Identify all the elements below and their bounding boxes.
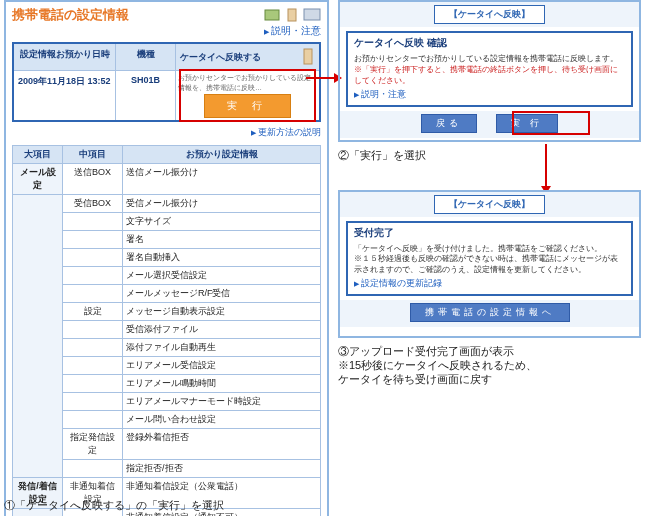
mid-cell	[63, 460, 123, 478]
mid-cell	[63, 357, 123, 375]
th-mid: 中項目	[63, 146, 123, 164]
table-row: メールメッセージR/F受信	[13, 285, 321, 303]
setting-cell: 送信メール振分け	[123, 164, 321, 195]
panel-heading2: 受付完了	[354, 227, 625, 240]
th-major: 大項目	[13, 146, 63, 164]
svg-rect-2	[304, 9, 320, 20]
mid-cell: 送信BOX	[63, 164, 123, 195]
help-link2[interactable]: 説明・注意	[354, 89, 406, 99]
device-icons	[263, 8, 321, 22]
info-col-date: 設定情報お預かり日時	[14, 44, 116, 70]
major-cell: メール設定	[13, 164, 63, 195]
update-method-link[interactable]: 更新方法の説明	[251, 127, 321, 137]
table-row: 指定発信設定登録外着信拒否	[13, 429, 321, 460]
back-button[interactable]: 戻る	[421, 114, 477, 133]
table-row: 添付ファイル自動再生	[13, 339, 321, 357]
mid-cell	[63, 249, 123, 267]
mid-cell: 受信BOX	[63, 195, 123, 213]
caption-3c: ケータイを待ち受け画面に戻す	[338, 372, 492, 387]
left-panel: 携帯電話の設定情報 説明・注意 設定情報お預かり日時 機種 ケータイへ反映する …	[4, 0, 329, 516]
table-row: 受信BOX受信メール振分け	[13, 195, 321, 213]
panel-desc: お預かりセンターでお預かりしている設定情報を携帯電話に反映します。	[354, 54, 625, 64]
phone-small-icon	[301, 48, 315, 66]
panel-warning: ※「実行」を押下すると、携帯電話の終話ボタンを押し、待ち受け画面にしてください。	[354, 64, 625, 86]
table-row: 文字サイズ	[13, 213, 321, 231]
arrow-left-to-right	[306, 77, 336, 79]
setting-cell: 署名自動挿入	[123, 249, 321, 267]
table-row: 設定メッセージ自動表示設定	[13, 303, 321, 321]
svg-rect-1	[288, 9, 296, 21]
setting-cell: エリアメール受信設定	[123, 357, 321, 375]
table-row: メール選択受信設定	[13, 267, 321, 285]
table-row: 受信添付ファイル	[13, 321, 321, 339]
back-to-settings-button[interactable]: 携帯電話の設定情報へ	[410, 303, 570, 322]
update-log-link[interactable]: 設定情報の更新記録	[354, 278, 442, 288]
info-col-reflect: ケータイへ反映する	[176, 44, 319, 70]
setting-cell: メールメッセージR/F受信	[123, 285, 321, 303]
arrow-right-down	[545, 144, 547, 188]
setting-cell: 文字サイズ	[123, 213, 321, 231]
table-row: エリアメールマナーモード時設定	[13, 393, 321, 411]
mid-cell	[63, 321, 123, 339]
panel-tab2: 【ケータイへ反映】	[434, 195, 545, 214]
info-table: 設定情報お預かり日時 機種 ケータイへ反映する 2009年11月18日 13:5…	[12, 42, 321, 122]
mid-cell	[63, 375, 123, 393]
info-col-model: 機種	[116, 44, 176, 70]
box-icon	[263, 8, 281, 22]
mid-cell	[63, 411, 123, 429]
mid-cell	[63, 393, 123, 411]
setting-cell: 指定拒否/拒否	[123, 460, 321, 478]
caption-1: ①「ケータイへ反映する」の「実行」を選択	[4, 498, 224, 513]
table-row: メール問い合わせ設定	[13, 411, 321, 429]
exec-highlight	[179, 69, 316, 122]
setting-cell: メール問い合わせ設定	[123, 411, 321, 429]
table-row: エリアメール受信設定	[13, 357, 321, 375]
mid-cell	[63, 285, 123, 303]
right-panel-complete: 【ケータイへ反映】 受付完了 「ケータイへ反映」を受け付けました。携帯電話をご確…	[338, 190, 641, 338]
settings-table: 大項目 中項目 お預かり設定情報 メール設定送信BOX送信メール振分け受信BOX…	[12, 145, 321, 516]
complete-line1: 「ケータイへ反映」を受け付けました。携帯電話をご確認ください。	[354, 244, 625, 254]
svg-rect-3	[304, 49, 312, 64]
info-model: SH01B	[116, 70, 176, 120]
table-row: 指定拒否/拒否	[13, 460, 321, 478]
panel-body2: 受付完了 「ケータイへ反映」を受け付けました。携帯電話をご確認ください。 ※１５…	[346, 221, 633, 296]
th-setting: お預かり設定情報	[123, 146, 321, 164]
mid-cell	[63, 213, 123, 231]
setting-cell: 登録外着信拒否	[123, 429, 321, 460]
mid-cell	[63, 267, 123, 285]
complete-line2: ※１５秒経過後も反映の確認ができない時は、携帯電話にメッセージが表示されますので…	[354, 254, 625, 275]
info-date: 2009年11月18日 13:52	[14, 70, 116, 120]
setting-cell: エリアメール鳴動時間	[123, 375, 321, 393]
caption-3b: ※15秒後にケータイへ反映されるため、	[338, 358, 537, 373]
setting-cell: 受信添付ファイル	[123, 321, 321, 339]
mid-cell	[63, 339, 123, 357]
table-row: メール設定送信BOX送信メール振分け	[13, 164, 321, 195]
pc-icon	[303, 8, 321, 22]
setting-cell: 受信メール振分け	[123, 195, 321, 213]
setting-cell: 添付ファイル自動再生	[123, 339, 321, 357]
mid-cell: 設定	[63, 303, 123, 321]
right-panel-confirm: 【ケータイへ反映】 ケータイへ反映 確認 お預かりセンターでお預かりしている設定…	[338, 0, 641, 142]
setting-cell: メール選択受信設定	[123, 267, 321, 285]
panel-heading: ケータイへ反映 確認	[354, 37, 625, 50]
page-title: 携帯電話の設定情報	[12, 6, 129, 24]
panel-tab: 【ケータイへ反映】	[434, 5, 545, 24]
table-row: エリアメール鳴動時間	[13, 375, 321, 393]
svg-rect-0	[265, 10, 279, 20]
exec2-highlight	[512, 111, 590, 135]
phone-icon	[283, 8, 301, 22]
mid-cell: 指定発信設定	[63, 429, 123, 460]
setting-cell: メッセージ自動表示設定	[123, 303, 321, 321]
help-link[interactable]: 説明・注意	[264, 25, 321, 36]
mid-cell	[63, 231, 123, 249]
table-row: 署名自動挿入	[13, 249, 321, 267]
setting-cell: 署名	[123, 231, 321, 249]
caption-2: ②「実行」を選択	[338, 148, 426, 163]
setting-cell: エリアメールマナーモード時設定	[123, 393, 321, 411]
caption-3a: ③アップロード受付完了画面が表示	[338, 344, 514, 359]
panel-body: ケータイへ反映 確認 お預かりセンターでお預かりしている設定情報を携帯電話に反映…	[346, 31, 633, 107]
table-row: 署名	[13, 231, 321, 249]
